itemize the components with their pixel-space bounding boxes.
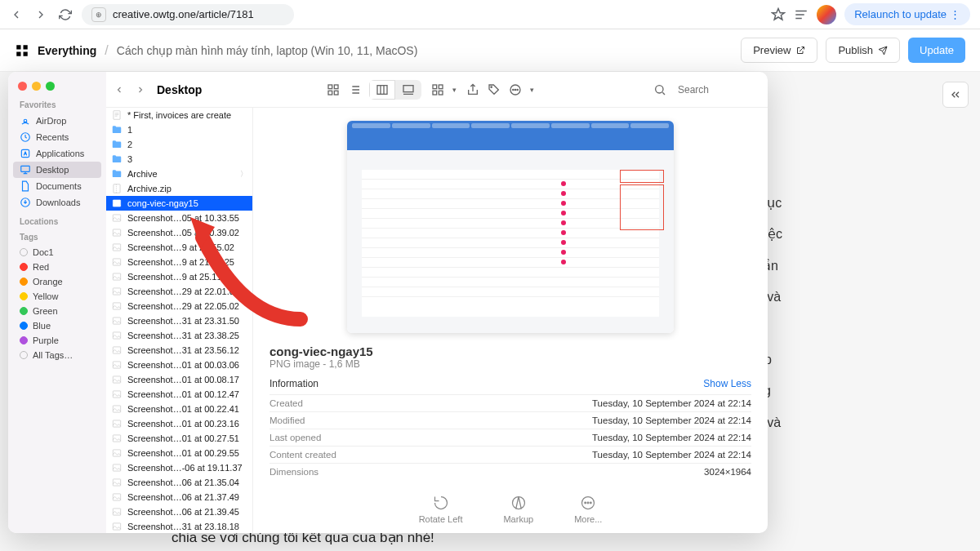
file-row[interactable]: Archive.zip	[106, 181, 252, 196]
sidebar-item-airdrop[interactable]: AirDrop	[13, 113, 101, 129]
file-row[interactable]: cong-viec-ngay15	[106, 196, 252, 211]
file-row[interactable]: Screenshot…01 at 00.29.55	[106, 446, 252, 460]
forward-icon[interactable]	[136, 83, 145, 96]
site-info-icon[interactable]: ⊕	[91, 7, 106, 22]
publish-button[interactable]: Publish	[826, 38, 900, 63]
reading-list-icon[interactable]	[794, 7, 808, 22]
more-actions-icon[interactable]	[509, 83, 522, 96]
page-header: Everything / Cách chụp màn hình máy tính…	[0, 29, 980, 72]
file-row[interactable]: Screenshot…01 at 00.08.17	[106, 372, 252, 387]
sidebar-item-applications[interactable]: Applications	[13, 145, 101, 162]
file-row[interactable]: Screenshot…31 at 23.18.18	[106, 519, 252, 533]
svg-rect-18	[439, 91, 443, 95]
tag-red[interactable]: Red	[13, 260, 101, 274]
tag-purple[interactable]: Purple	[13, 333, 101, 348]
back-icon[interactable]	[114, 83, 124, 96]
preview-thumbnail	[347, 121, 674, 333]
file-row[interactable]: Screenshot…05 at 10.39.02	[106, 225, 252, 240]
file-row[interactable]: Screenshot…29 at 22.05.02	[106, 299, 252, 313]
tag-green[interactable]: Green	[13, 304, 101, 318]
more-button[interactable]: More...	[574, 495, 602, 524]
file-row[interactable]: Screenshot…9 at 21.55.02	[106, 240, 252, 255]
reload-icon[interactable]	[59, 8, 72, 21]
tag-icon[interactable]	[488, 83, 501, 96]
finder-search-input[interactable]	[678, 84, 760, 96]
forward-icon[interactable]	[34, 8, 47, 21]
svg-rect-9	[328, 85, 332, 89]
file-row[interactable]: Screenshot…31 at 23.38.25	[106, 328, 252, 343]
profile-avatar-icon[interactable]	[817, 5, 836, 24]
file-row[interactable]: Screenshot…05 at 10.33.55	[106, 211, 252, 225]
address-bar[interactable]: ⊕ creative.owtg.one/article/7181	[82, 4, 294, 25]
sidebar-item-documents[interactable]: Documents	[13, 178, 101, 194]
sidebar-item-desktop[interactable]: Desktop	[13, 162, 101, 178]
view-gallery-icon[interactable]	[395, 80, 421, 100]
desktop-icon	[20, 164, 31, 176]
close-window-icon[interactable]	[18, 82, 27, 91]
file-row[interactable]: Screenshot…06 at 21.35.04	[106, 475, 252, 490]
file-row[interactable]: Screenshot…9 at 25.11.12	[106, 269, 252, 284]
rotate-left-button[interactable]: Rotate Left	[419, 495, 463, 524]
markup-button[interactable]: Markup	[503, 495, 533, 524]
group-icon[interactable]	[431, 83, 444, 96]
sidebar-item-downloads[interactable]: Downloads	[13, 194, 101, 211]
img-icon	[111, 242, 122, 253]
view-columns-icon[interactable]	[369, 80, 395, 100]
view-icons-icon[interactable]	[327, 83, 340, 96]
sidebar-item-recents[interactable]: Recents	[13, 129, 101, 145]
file-row[interactable]: Screenshot…31 at 23.31.50	[106, 313, 252, 328]
tag-blue[interactable]: Blue	[13, 318, 101, 333]
file-row[interactable]: 2	[106, 137, 252, 152]
update-button[interactable]: Update	[908, 38, 965, 63]
back-icon[interactable]	[10, 8, 23, 21]
file-row[interactable]: Screenshot…31 at 23.56.12	[106, 343, 252, 358]
img-icon	[111, 300, 122, 312]
preview-title: cong-viec-ngay15	[270, 344, 751, 358]
file-row[interactable]: Screenshot…01 at 00.12.47	[106, 387, 252, 402]
search-icon[interactable]	[653, 83, 666, 96]
file-row[interactable]: Screenshot…01 at 00.23.16	[106, 416, 252, 431]
tag-doc1[interactable]: Doc1	[13, 245, 101, 260]
bookmark-star-icon[interactable]	[771, 7, 786, 22]
tag-dot-icon	[20, 322, 28, 330]
minimize-window-icon[interactable]	[32, 82, 41, 91]
tag-orange[interactable]: Orange	[13, 274, 101, 289]
file-row[interactable]: * First, invoices are create	[106, 108, 252, 122]
preview-button[interactable]: Preview	[741, 38, 817, 63]
breadcrumb-root[interactable]: Everything	[38, 44, 96, 57]
img-icon	[111, 212, 122, 224]
file-row[interactable]: 3	[106, 152, 252, 167]
file-row[interactable]: Screenshot…29 at 22.01.06	[106, 284, 252, 299]
file-row[interactable]: Screenshot…06 at 21.37.49	[106, 490, 252, 504]
file-row[interactable]: Screenshot…01 at 00.22.41	[106, 402, 252, 416]
file-row[interactable]: Screenshot…01 at 00.03.06	[106, 358, 252, 372]
svg-rect-10	[334, 85, 338, 89]
show-less-button[interactable]: Show Less	[703, 378, 751, 389]
relaunch-button[interactable]: Relaunch to update⋮	[844, 3, 970, 25]
apps-grid-icon[interactable]	[15, 43, 29, 58]
svg-point-51	[582, 497, 595, 509]
file-row[interactable]: Screenshot…9 at 21.20.25	[106, 255, 252, 269]
finder-file-list: * First, invoices are create123Archive〉A…	[106, 108, 253, 533]
file-row[interactable]: Screenshot…01 at 00.27.51	[106, 431, 252, 446]
favorites-header: Favorites	[20, 100, 101, 109]
file-row[interactable]: Screenshot…-06 at 19.11.37	[106, 460, 252, 475]
tag-dot-icon	[20, 263, 28, 271]
view-list-icon[interactable]	[348, 83, 361, 96]
share-icon[interactable]	[466, 83, 479, 96]
tag-yellow[interactable]: Yellow	[13, 289, 101, 304]
tag-alltags[interactable]: All Tags…	[13, 348, 101, 362]
collapse-sidebar-button[interactable]	[942, 82, 969, 108]
file-row[interactable]: Archive〉	[106, 167, 252, 181]
file-row[interactable]: Screenshot…06 at 21.39.45	[106, 504, 252, 519]
zip-icon	[111, 183, 122, 194]
tag-dot-icon	[20, 351, 28, 359]
img-icon	[111, 521, 122, 532]
maximize-window-icon[interactable]	[46, 82, 55, 91]
tag-dot-icon	[20, 278, 28, 286]
tags-header: Tags	[20, 233, 101, 242]
svg-point-53	[587, 502, 589, 504]
img-icon	[111, 447, 122, 459]
file-row[interactable]: 1	[106, 122, 252, 137]
folder-icon	[111, 139, 122, 150]
